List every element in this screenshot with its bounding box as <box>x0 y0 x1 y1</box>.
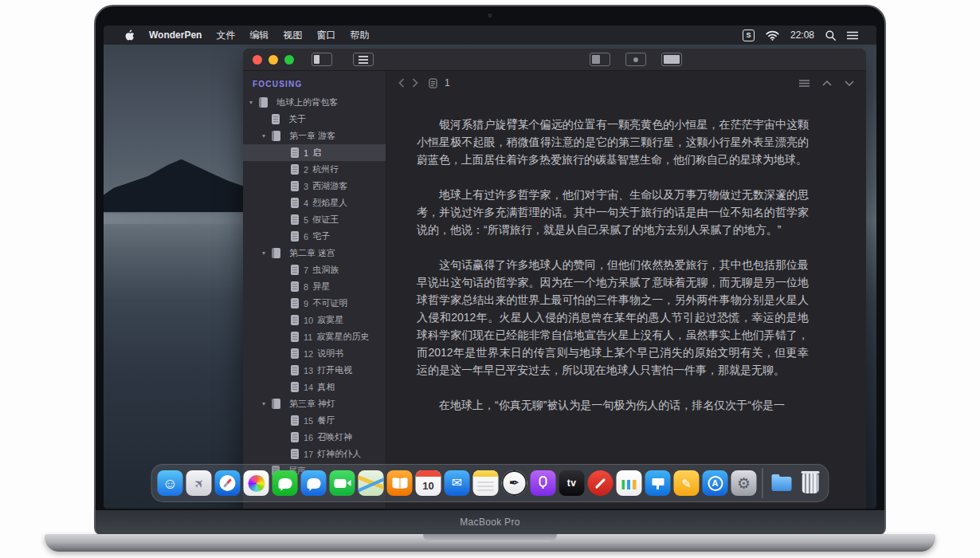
nav-forward-icon[interactable] <box>412 78 418 88</box>
doc-title: 餐厅 <box>317 415 335 426</box>
tree-row[interactable]: ▾ 9 不可证明 <box>243 295 386 312</box>
app-menu-title[interactable]: WonderPen <box>149 29 202 41</box>
fullscreen-editor-button[interactable] <box>661 53 682 66</box>
safari-dock-icon[interactable] <box>215 470 241 496</box>
tree-row[interactable]: ▾ 8 异星 <box>243 278 386 295</box>
paragraph[interactable]: 地球上有过许多哲学家，他们对宇宙、生命以及万事万物做过无数深邃的思考，并说过许多… <box>417 186 809 238</box>
menu-item[interactable]: 帮助 <box>350 29 369 42</box>
podcasts-dock-icon[interactable] <box>531 470 556 496</box>
tree-row[interactable]: ▾ 2 杭州行 <box>243 161 386 178</box>
app-glyph <box>595 477 606 488</box>
qq-dock-icon[interactable] <box>301 470 327 496</box>
trash-dock-icon[interactable] <box>798 470 823 496</box>
maps-dock-icon[interactable] <box>359 470 384 496</box>
dock-divider[interactable] <box>762 468 763 498</box>
tree-row[interactable]: ▾ 5 假证王 <box>243 211 386 228</box>
photos-dock-icon[interactable] <box>244 470 269 496</box>
document-icon <box>291 365 299 375</box>
tree-row[interactable]: ▾ 第一章 游客 <box>243 128 386 144</box>
finder-dock-icon[interactable]: ☺ <box>158 470 183 496</box>
focus-mode-button[interactable] <box>625 53 646 66</box>
tree-row[interactable]: ▾ 17 灯神的仆人 <box>243 446 386 462</box>
document-icon <box>291 214 299 225</box>
tree-row[interactable]: ▾ 6 宅子 <box>243 228 386 245</box>
menu-item[interactable]: 视图 <box>283 29 302 42</box>
doc-number: 6 <box>304 232 308 242</box>
menu-bar-clock[interactable]: 22:08 <box>790 29 814 41</box>
tree-row[interactable]: ▾ 11 寂寞星的历史 <box>243 328 386 345</box>
tree-row[interactable]: ▾ 13 打开电视 <box>243 362 386 379</box>
apple-menu-icon[interactable] <box>124 29 135 41</box>
tree-row[interactable]: ▾ 10 寂寞星 <box>243 312 386 328</box>
downloads-folder-dock-icon[interactable] <box>769 470 794 496</box>
doc-title: 杭州行 <box>312 163 339 175</box>
system-preferences-dock-icon[interactable]: ⚙ <box>731 470 757 496</box>
paragraph[interactable]: 这句话赢得了许多地球人的赞同，但他们依然热爱旅行，其中也包括那位最早说出这句话的… <box>417 256 809 379</box>
toggle-notes-button[interactable] <box>353 53 374 66</box>
notification-center-icon[interactable] <box>847 31 858 40</box>
disclosure-triangle-icon[interactable]: ▾ <box>262 400 272 407</box>
notes-dock-icon[interactable] <box>473 470 499 496</box>
tree-row[interactable]: ▾ 第三章 神灯 <box>243 395 386 412</box>
tree-row[interactable]: ▾ 15 餐厅 <box>243 412 386 429</box>
launchpad-dock-icon[interactable]: ✈ <box>186 470 212 496</box>
spotlight-search-icon[interactable] <box>825 30 836 41</box>
apple-tv-dock-icon[interactable]: tv <box>559 470 585 496</box>
mail-dock-icon[interactable]: ✉ <box>445 470 470 496</box>
tree-row[interactable]: ▾ 关于 <box>243 111 386 128</box>
editor-menu-icon[interactable] <box>799 80 809 87</box>
calendar-dock-icon[interactable]: 10 <box>416 470 441 496</box>
scroll-bottom-icon[interactable] <box>845 81 854 86</box>
tree-row[interactable]: ▾ 地球上的背包客 <box>243 94 386 111</box>
zoom-button[interactable] <box>284 55 294 65</box>
paragraph[interactable]: 在地球上，“你真无聊”被认为是一句极为伤人的话，排名仅次于“你是一 <box>417 396 809 414</box>
doc-title: 召唤灯神 <box>317 431 352 443</box>
paragraph[interactable]: 银河系猎户旋臂某个偏远的位置有一颗亮黄色的小恒星，在茫茫宇宙中这颗小恒星极不起眼… <box>417 116 809 168</box>
app-glyph <box>622 480 637 489</box>
tree-row[interactable]: ▾ 4 烈焰星人 <box>243 195 386 211</box>
tree-row[interactable]: ▾ 12 说明书 <box>243 345 386 362</box>
disclosure-triangle-icon[interactable]: ▾ <box>262 132 272 140</box>
menu-item[interactable]: 窗口 <box>316 29 335 42</box>
wonderpen-dock-icon[interactable]: ✒ <box>502 470 527 496</box>
disclosure-triangle-icon[interactable]: ▾ <box>249 99 259 106</box>
tree-row[interactable]: ▾ 16 召唤灯神 <box>243 429 386 446</box>
tree-row[interactable]: ▾ 14 真相 <box>243 379 386 395</box>
menu-item[interactable]: 编辑 <box>249 29 269 42</box>
menu-item[interactable]: 文件 <box>216 29 235 42</box>
toggle-sidebar-button[interactable] <box>312 53 332 66</box>
layout-sidebar-view-button[interactable] <box>590 53 610 66</box>
scroll-top-icon[interactable] <box>822 81 832 86</box>
window-titlebar[interactable] <box>243 49 866 71</box>
close-button[interactable] <box>253 55 262 65</box>
menu-bar-status: S 22:08 <box>743 29 858 41</box>
proxy-status-icon[interactable]: S <box>743 29 755 41</box>
doc-number: 13 <box>304 366 313 375</box>
doc-number: 2 <box>304 165 308 175</box>
doc-number: 11 <box>304 332 312 342</box>
nav-back-icon[interactable] <box>398 78 405 88</box>
tree-row[interactable]: ▾ 7 虫洞族 <box>243 261 386 278</box>
music-red-dock-icon[interactable] <box>588 470 613 496</box>
app-glyph <box>248 475 265 492</box>
doc-title: 烈焰星人 <box>312 197 347 209</box>
editor-pane: 1 <box>386 71 866 509</box>
tree-row[interactable]: ▾ 3 西湖游客 <box>243 178 386 195</box>
books-dock-icon[interactable] <box>387 470 413 496</box>
wifi-icon[interactable] <box>766 30 779 41</box>
tree-row[interactable]: ▾ 第二章 迷宫 <box>243 245 386 261</box>
facetime-dock-icon[interactable] <box>330 470 355 496</box>
numbers-dock-icon[interactable] <box>617 470 642 496</box>
app-store-dock-icon[interactable]: A <box>703 470 728 496</box>
tree-row[interactable]: ▾ 1 启 <box>243 144 386 161</box>
doc-title: 地球上的背包客 <box>276 96 338 108</box>
wechat-dock-icon[interactable] <box>272 470 298 496</box>
doc-number: 12 <box>304 349 313 359</box>
doc-title: 第一章 游客 <box>289 130 335 142</box>
keynote-dock-icon[interactable] <box>645 470 671 496</box>
app-glyph <box>278 478 292 489</box>
disclosure-triangle-icon[interactable]: ▾ <box>262 250 272 257</box>
pages-dock-icon[interactable]: ✎ <box>674 470 700 496</box>
minimize-button[interactable] <box>269 55 278 65</box>
document-body[interactable]: 银河系猎户旋臂某个偏远的位置有一颗亮黄色的小恒星，在茫茫宇宙中这颗小恒星极不起眼… <box>386 95 866 509</box>
